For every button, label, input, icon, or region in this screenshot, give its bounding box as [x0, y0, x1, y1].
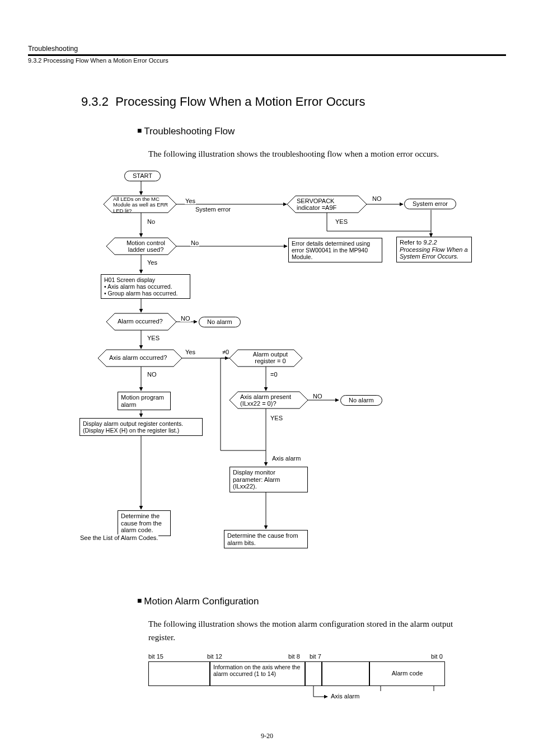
flow-no-alarm-2: No alarm [340, 395, 382, 406]
flow-refer-box: Refer to 9.2.2 Processing Flow When a Sy… [396, 237, 472, 262]
edge-ilxx-no: NO [312, 393, 323, 400]
intro-text-2: The following illustration shows the mot… [148, 617, 478, 644]
subheading-motion-alarm-config: Motion Alarm Configuration [137, 596, 506, 607]
header-subsection: 9.3.2 Processing Flow When a Motion Erro… [28, 57, 506, 64]
flow-start: START [124, 171, 161, 181]
flow-d-ilxx: Axis alarm present (ILxx22 = 0)? [240, 393, 302, 407]
edge-leds-yes: Yes [185, 198, 196, 204]
flow-disp-reg: Display alarm output register contents. … [79, 418, 203, 436]
edge-reg-eq: =0 [270, 371, 278, 378]
edge-servo-no: NO [372, 195, 382, 202]
flow-det-code: Determine the cause from the alarm code. [118, 510, 171, 536]
edge-axis-yes: Yes [185, 349, 196, 355]
flow-d-alarm: Alarm occurred? [118, 318, 163, 325]
edge-alarm-no: NO [180, 315, 191, 322]
flow-mp-alarm: Motion program alarm [118, 392, 171, 410]
flowchart: START All LEDs on the MC Module as well … [28, 171, 506, 579]
flow-h01-box: H01 Screen display • Axis alarm has occu… [101, 274, 190, 299]
flow-no-alarm-1: No alarm [199, 317, 241, 327]
flow-axis-alarm-label: Axis alarm [271, 455, 301, 462]
edge-ladder-yes: Yes [147, 259, 158, 266]
section-heading: 9.3.2 Processing Flow When a Motion Erro… [81, 95, 506, 109]
header-rule [28, 54, 506, 56]
bit-axis-alarm: Axis alarm [331, 693, 359, 699]
flow-err-details: Error details determined using error SW0… [288, 238, 382, 262]
flow-d-leds: All LEDs on the MC Module as well as ERR… [113, 196, 174, 214]
header-chapter: Troubleshooting [28, 45, 506, 53]
edge-alarm-yes: YES [147, 335, 160, 341]
edge-reg-ne: ≠0 [222, 349, 229, 355]
flow-system-error: System error [404, 199, 456, 209]
subheading-troubleshooting-flow: Troubleshooting Flow [137, 126, 506, 137]
flow-see-list: See the List of Alarm Codes. [79, 534, 158, 541]
edge-ilxx-yes: YES [270, 415, 283, 421]
section-title: Processing Flow When a Motion Error Occu… [115, 95, 365, 109]
label-system-error-left: System error [195, 206, 231, 213]
page-number: 9-20 [0, 732, 534, 740]
flow-det-bits: Determine the cause from alarm bits. [224, 530, 308, 548]
edge-leds-no: No [147, 218, 156, 225]
flow-d-ladder: Motion control ladder used? [119, 240, 172, 253]
intro-text-1: The following illustration shows the tro… [148, 147, 478, 161]
edge-axis-no: NO [147, 371, 157, 378]
flow-disp-monitor: Display monitor parameter: Alarm (ILxx22… [229, 467, 308, 492]
edge-servo-yes: YES [335, 218, 348, 225]
edge-ladder-no: No [190, 240, 199, 246]
bit-diagram: bit 15 bit 12 bit 8 bit 7 bit 0 Informat… [148, 653, 506, 709]
flow-d-servopack: SERVOPACK indicator =A9F [297, 198, 358, 211]
section-number: 9.3.2 [81, 95, 109, 109]
flow-d-axis: Axis alarm occurred? [109, 354, 167, 361]
flow-d-reg: Alarm output register = 0 [245, 351, 296, 364]
